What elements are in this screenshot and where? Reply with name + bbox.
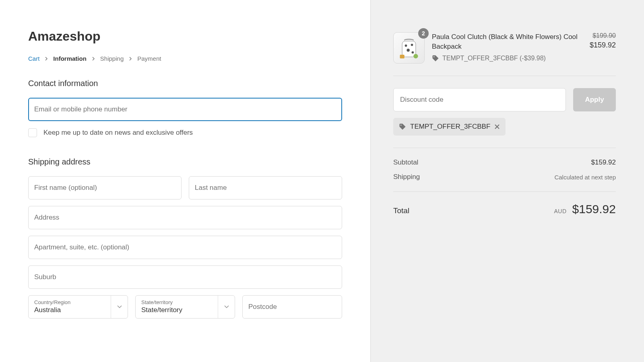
- postcode-field[interactable]: [242, 295, 342, 319]
- cart-line-item: 2 Paula Cool Clutch (Black & White Flowe…: [393, 32, 616, 76]
- first-name-field[interactable]: [28, 176, 182, 200]
- newsletter-row: Keep me up to date on news and exclusive…: [28, 128, 342, 137]
- svg-point-1: [405, 45, 407, 47]
- newsletter-label: Keep me up to date on news and exclusive…: [43, 129, 193, 137]
- shipping-label: Shipping: [393, 173, 420, 181]
- newsletter-checkbox[interactable]: [28, 128, 37, 137]
- shipping-note: Calculated at next step: [554, 174, 616, 181]
- shop-name: Amazeshop: [28, 29, 342, 44]
- breadcrumb-cart[interactable]: Cart: [28, 55, 39, 62]
- breadcrumb-information: Information: [53, 55, 87, 62]
- suburb-field[interactable]: [28, 265, 342, 289]
- apply-discount-button[interactable]: Apply: [573, 88, 616, 111]
- total-label: Total: [393, 206, 409, 215]
- tag-icon: [399, 123, 406, 130]
- chevron-right-icon: [91, 57, 95, 61]
- subtotal-label: Subtotal: [393, 158, 418, 167]
- discount-code-input[interactable]: [393, 88, 566, 111]
- country-select[interactable]: Country/Region Australia: [28, 295, 128, 319]
- chevron-right-icon: [44, 57, 48, 61]
- applied-discount-code: TEMPT_OFFER_3FCBBF: [410, 123, 490, 131]
- product-title: Paula Cool Clutch (Black & White Flowers…: [432, 32, 582, 51]
- line-price: $159.92: [590, 41, 616, 49]
- state-label: State/territory: [141, 299, 217, 306]
- svg-point-4: [412, 51, 414, 53]
- breadcrumb-payment: Payment: [137, 55, 161, 62]
- product-prices: $199.90 $159.92: [590, 32, 616, 49]
- svg-point-6: [413, 54, 418, 58]
- svg-point-3: [407, 49, 410, 52]
- total-amount: $159.92: [572, 202, 616, 216]
- product-discount-line: TEMPT_OFFER_3FCBBF (-$39.98): [432, 55, 582, 62]
- svg-point-2: [411, 44, 413, 46]
- address2-field[interactable]: [28, 236, 342, 259]
- shipping-heading: Shipping address: [28, 157, 342, 167]
- tag-icon: [432, 55, 439, 62]
- breadcrumb: Cart Information Shipping Payment: [28, 55, 342, 62]
- shipping-row: Shipping Calculated at next step: [393, 173, 616, 181]
- svg-rect-5: [400, 55, 405, 58]
- subtotal-amount: $159.92: [591, 158, 616, 167]
- caret-down-icon: [218, 296, 235, 318]
- subtotal-row: Subtotal $159.92: [393, 158, 616, 167]
- state-select[interactable]: State/territory State/territory: [135, 295, 235, 319]
- product-thumbnail-wrap: 2: [393, 32, 425, 64]
- discount-entry-row: Apply: [393, 88, 616, 111]
- product-discount-text: TEMPT_OFFER_3FCBBF (-$39.98): [442, 55, 546, 62]
- currency-code: AUD: [554, 208, 566, 214]
- remove-discount-button[interactable]: [494, 124, 500, 130]
- svg-point-8: [400, 125, 401, 125]
- state-value: State/territory: [141, 306, 217, 315]
- subtotals-block: Subtotal $159.92 Shipping Calculated at …: [393, 148, 616, 181]
- breadcrumb-shipping: Shipping: [100, 55, 124, 62]
- checkout-form-region: Amazeshop Cart Information Shipping Paym…: [0, 0, 370, 362]
- svg-point-7: [433, 56, 434, 57]
- address-field[interactable]: [28, 206, 342, 229]
- quantity-badge: 2: [418, 28, 429, 39]
- email-field[interactable]: [28, 98, 342, 121]
- contact-heading: Contact information: [28, 79, 342, 88]
- order-summary-region: 2 Paula Cool Clutch (Black & White Flowe…: [370, 0, 644, 362]
- compare-at-price: $199.90: [590, 32, 616, 39]
- total-row: Total AUD $159.92: [393, 191, 616, 216]
- checkout-page: Amazeshop Cart Information Shipping Paym…: [0, 0, 644, 362]
- country-label: Country/Region: [34, 299, 110, 306]
- chevron-right-icon: [128, 57, 132, 61]
- country-value: Australia: [34, 306, 110, 315]
- caret-down-icon: [111, 296, 128, 318]
- last-name-field[interactable]: [189, 176, 342, 200]
- applied-discount-chip: TEMPT_OFFER_3FCBBF: [393, 118, 506, 136]
